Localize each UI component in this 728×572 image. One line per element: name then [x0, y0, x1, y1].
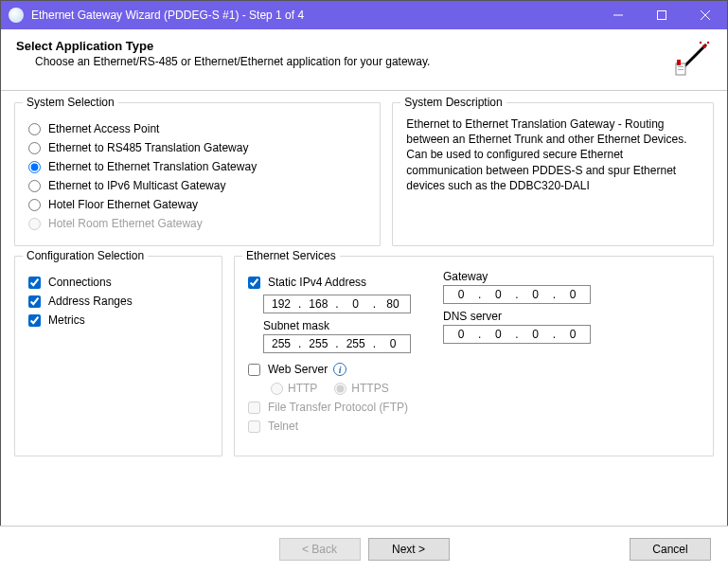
ip-octet[interactable]	[519, 328, 553, 341]
dns-input[interactable]: . . .	[443, 325, 591, 344]
https-label: HTTPS	[351, 382, 388, 395]
system-selection-radio[interactable]	[28, 161, 41, 173]
config-selection-option[interactable]: Address Ranges	[25, 295, 212, 308]
ftp-checkbox	[248, 402, 260, 414]
ethernet-services-group: Ethernet Services Static IPv4 Address . …	[234, 256, 714, 456]
web-server-row: Web Server i	[244, 363, 703, 376]
config-selection-checkbox[interactable]	[28, 295, 41, 308]
ip-octet[interactable]	[519, 288, 553, 301]
web-protocol-group: HTTP HTTPS	[271, 382, 703, 395]
subnet-label: Subnet mask	[263, 319, 424, 332]
svg-rect-1	[658, 11, 666, 20]
system-selection-radio[interactable]	[28, 180, 41, 192]
system-selection-label: Ethernet Access Point	[48, 122, 159, 135]
next-button[interactable]: Next >	[368, 538, 450, 561]
config-selection-option[interactable]: Connections	[25, 276, 212, 289]
config-selection-option[interactable]: Metrics	[25, 313, 212, 327]
ftp-label: File Transfer Protocol (FTP)	[268, 401, 408, 414]
system-selection-radio[interactable]	[28, 142, 41, 154]
cancel-button[interactable]: Cancel	[630, 538, 711, 561]
web-server-checkbox[interactable]	[248, 364, 260, 376]
window-title: Ethernet Gateway Wizard (PDDEG-S #1) - S…	[31, 9, 596, 22]
system-selection-legend: System Selection	[23, 96, 118, 109]
ip-octet[interactable]	[264, 297, 298, 311]
config-selection-checkbox[interactable]	[28, 277, 41, 289]
system-selection-option[interactable]: Ethernet to IPv6 Multicast Gateway	[25, 179, 370, 192]
gateway-label: Gateway	[443, 270, 613, 283]
system-selection-label: Ethernet to Ethernet Translation Gateway	[48, 160, 257, 173]
system-description-group: System Description Ethernet to Ethernet …	[392, 102, 714, 246]
system-selection-label: Ethernet to RS485 Translation Gateway	[48, 141, 248, 154]
config-selection-label: Address Ranges	[48, 295, 133, 308]
page-title: Select Application Type	[16, 39, 665, 53]
system-selection-label: Hotel Room Ethernet Gateway	[48, 217, 203, 230]
content-area: System Selection Ethernet Access PointEt…	[1, 91, 727, 474]
system-selection-label: Hotel Floor Ethernet Gateway	[48, 198, 198, 211]
svg-point-7	[700, 42, 701, 44]
config-selection-checkbox[interactable]	[28, 314, 41, 327]
ip-octet[interactable]	[301, 337, 335, 350]
svg-rect-9	[678, 66, 684, 67]
configuration-selection-legend: Configuration Selection	[23, 249, 148, 262]
ip-octet[interactable]	[376, 337, 410, 350]
system-selection-group: System Selection Ethernet Access PointEt…	[14, 102, 381, 246]
system-selection-radio[interactable]	[28, 199, 41, 211]
svg-point-5	[702, 45, 706, 48]
wizard-header: Select Application Type Choose an Ethern…	[1, 29, 727, 91]
ip-octet[interactable]	[264, 337, 298, 350]
ip-octet[interactable]	[339, 337, 373, 350]
https-radio	[334, 383, 346, 395]
close-button[interactable]	[684, 1, 727, 29]
info-icon[interactable]: i	[333, 363, 346, 376]
gateway-input[interactable]: . . .	[443, 285, 591, 304]
wizard-footer: < Back Next > Cancel	[0, 526, 728, 572]
wizard-wand-icon	[674, 39, 712, 77]
svg-rect-10	[678, 69, 684, 70]
system-selection-option[interactable]: Ethernet Access Point	[25, 122, 370, 135]
back-button: < Back	[279, 538, 361, 561]
ethernet-services-legend: Ethernet Services	[242, 249, 340, 262]
ip-octet[interactable]	[444, 288, 478, 301]
app-icon	[9, 8, 24, 23]
system-selection-radio	[28, 218, 41, 230]
svg-point-6	[707, 42, 709, 44]
ip-octet[interactable]	[556, 328, 590, 341]
http-radio	[271, 383, 283, 395]
svg-rect-11	[677, 60, 681, 65]
ip-octet[interactable]	[376, 297, 410, 311]
subnet-input[interactable]: . . .	[263, 334, 411, 353]
http-label: HTTP	[288, 382, 317, 395]
system-selection-option[interactable]: Ethernet to RS485 Translation Gateway	[25, 141, 370, 154]
system-selection-option[interactable]: Hotel Floor Ethernet Gateway	[25, 198, 370, 211]
static-ip-check-row: Static IPv4 Address	[244, 276, 424, 289]
maximize-button[interactable]	[640, 1, 684, 29]
config-selection-label: Connections	[48, 276, 112, 289]
configuration-selection-group: Configuration Selection ConnectionsAddre…	[14, 256, 222, 456]
system-description-legend: System Description	[400, 96, 506, 109]
ip-octet[interactable]	[444, 328, 478, 341]
minimize-button[interactable]	[596, 1, 640, 29]
system-selection-label: Ethernet to IPv6 Multicast Gateway	[48, 179, 225, 192]
web-server-label: Web Server	[268, 363, 328, 376]
static-ip-input[interactable]: . . .	[263, 295, 411, 313]
static-ip-label: Static IPv4 Address	[268, 276, 366, 289]
system-description-text: Ethernet to Ethernet Translation Gateway…	[402, 116, 703, 193]
ftp-row: File Transfer Protocol (FTP)	[244, 401, 703, 414]
telnet-label: Telnet	[268, 420, 298, 433]
static-ip-checkbox[interactable]	[248, 277, 260, 289]
ip-octet[interactable]	[339, 297, 373, 311]
system-selection-option[interactable]: Ethernet to Ethernet Translation Gateway	[25, 160, 370, 173]
page-subtitle: Choose an Ethernet/RS-485 or Ethernet/Et…	[35, 55, 665, 68]
ip-octet[interactable]	[556, 288, 590, 301]
dns-label: DNS server	[443, 310, 613, 323]
system-selection-radio[interactable]	[28, 123, 41, 135]
telnet-row: Telnet	[244, 420, 703, 433]
system-selection-option: Hotel Room Ethernet Gateway	[25, 217, 370, 230]
ip-octet[interactable]	[301, 297, 335, 311]
config-selection-label: Metrics	[48, 313, 85, 327]
ip-octet[interactable]	[481, 288, 515, 301]
telnet-checkbox	[248, 420, 260, 433]
ip-octet[interactable]	[481, 328, 515, 341]
titlebar: Ethernet Gateway Wizard (PDDEG-S #1) - S…	[1, 1, 727, 29]
